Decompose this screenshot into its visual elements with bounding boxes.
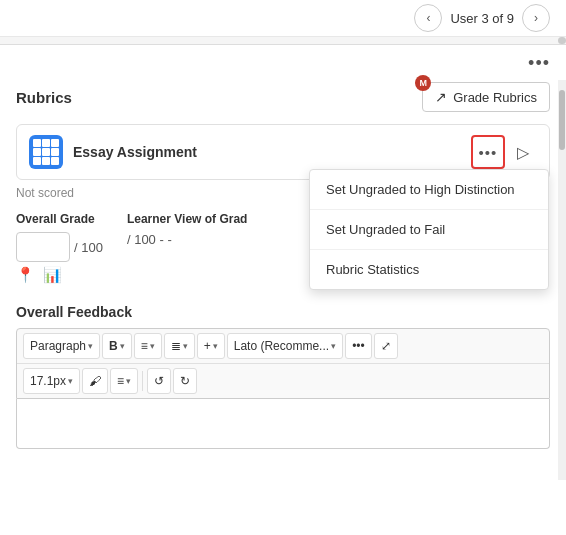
- grid-cells: [33, 139, 59, 165]
- expand-icon: ⤢: [381, 339, 391, 353]
- rubrics-title: Rubrics: [16, 89, 72, 106]
- scroll-track[interactable]: [558, 37, 566, 44]
- paragraph-dropdown[interactable]: Paragraph ▾: [23, 333, 100, 359]
- font-label: Lato (Recomme...: [234, 339, 329, 353]
- next-user-button[interactable]: ›: [522, 4, 550, 32]
- assignment-left: Essay Assignment: [29, 135, 197, 169]
- toolbar-separator: [142, 371, 143, 391]
- plus-icon: +: [204, 339, 211, 353]
- grade-input-row: / 100: [16, 232, 103, 262]
- grade-input[interactable]: [16, 232, 70, 262]
- grade-rubrics-button[interactable]: M ↗ Grade Rubrics: [422, 82, 550, 112]
- undo-button[interactable]: ↺: [147, 368, 171, 394]
- play-button[interactable]: ▷: [509, 138, 537, 166]
- plus-button[interactable]: + ▾: [197, 333, 225, 359]
- font-size-dropdown[interactable]: 17.1px ▾: [23, 368, 80, 394]
- assignment-name: Essay Assignment: [73, 144, 197, 160]
- list-icon: ≣: [171, 339, 181, 353]
- font-chevron: ▾: [331, 341, 336, 351]
- redo-icon: ↻: [180, 374, 190, 388]
- list-button[interactable]: ≣ ▾: [164, 333, 195, 359]
- grade-rubrics-label: Grade Rubrics: [453, 90, 537, 105]
- feedback-editor[interactable]: [16, 399, 550, 449]
- redo-button[interactable]: ↻: [173, 368, 197, 394]
- paint-icon: 🖌: [89, 374, 101, 388]
- feedback-section: Overall Feedback Paragraph ▾ B ▾ ≡ ▾ ≣: [16, 304, 550, 449]
- more-toolbar-button[interactable]: •••: [345, 333, 372, 359]
- text-editor-toolbar: Paragraph ▾ B ▾ ≡ ▾ ≣ ▾ + ▾: [16, 328, 550, 399]
- undo-icon: ↺: [154, 374, 164, 388]
- assignment-menu-button[interactable]: •••: [471, 135, 505, 169]
- grid-cell: [51, 139, 59, 147]
- scrollbar-thumb[interactable]: [559, 90, 565, 150]
- user-navigation: ‹ User 3 of 9 ›: [414, 4, 550, 32]
- line-spacing-chevron: ▾: [126, 376, 131, 386]
- feedback-title: Overall Feedback: [16, 304, 550, 320]
- grid-cell: [33, 148, 41, 156]
- toolbar-row-1: Paragraph ▾ B ▾ ≡ ▾ ≣ ▾ + ▾: [17, 329, 549, 364]
- grade-icons: 📍 📊: [16, 266, 103, 284]
- paragraph-label: Paragraph: [30, 339, 86, 353]
- bold-button[interactable]: B ▾: [102, 333, 132, 359]
- bold-label: B: [109, 339, 118, 353]
- font-size-label: 17.1px: [30, 374, 66, 388]
- prev-user-button[interactable]: ‹: [414, 4, 442, 32]
- assignment-actions: ••• ▷: [471, 135, 537, 169]
- grid-cell: [42, 148, 50, 156]
- grade-chart-button[interactable]: 📊: [43, 266, 62, 284]
- grade-pin-button[interactable]: 📍: [16, 266, 35, 284]
- rubric-statistics-item[interactable]: Rubric Statistics: [310, 250, 548, 289]
- toolbar-row-2: 17.1px ▾ 🖌 ≡ ▾ ↺ ↻: [17, 364, 549, 398]
- main-content: Rubrics M ↗ Grade Rubrics: [0, 82, 566, 449]
- line-spacing-icon: ≡: [117, 374, 124, 388]
- m-badge: M: [415, 75, 431, 91]
- grade-max: / 100: [74, 240, 103, 255]
- grid-cell: [51, 148, 59, 156]
- paragraph-chevron: ▾: [88, 341, 93, 351]
- grid-cell: [33, 157, 41, 165]
- more-options-button[interactable]: •••: [528, 53, 550, 74]
- font-size-chevron: ▾: [68, 376, 73, 386]
- line-spacing-button[interactable]: ≡ ▾: [110, 368, 138, 394]
- plus-chevron: ▾: [213, 341, 218, 351]
- more-toolbar-icon: •••: [352, 339, 365, 353]
- bold-chevron: ▾: [120, 341, 125, 351]
- set-high-distinction-item[interactable]: Set Ungraded to High Distinction: [310, 170, 548, 210]
- learner-view-label: Learner View of Grad: [127, 212, 248, 226]
- dropdown-menu: Set Ungraded to High Distinction Set Ung…: [309, 169, 549, 290]
- grid-cell: [42, 157, 50, 165]
- grid-cell: [42, 139, 50, 147]
- user-counter: User 3 of 9: [450, 11, 514, 26]
- align-icon: ≡: [141, 339, 148, 353]
- top-navigation: ‹ User 3 of 9 ›: [0, 0, 566, 37]
- set-fail-item[interactable]: Set Ungraded to Fail: [310, 210, 548, 250]
- rubric-grid-icon: [29, 135, 63, 169]
- chevron-right-icon: ›: [534, 11, 538, 25]
- assignment-row: Essay Assignment ••• ▷ Set Ungraded to H…: [16, 124, 550, 180]
- rubrics-header: Rubrics M ↗ Grade Rubrics: [16, 82, 550, 112]
- list-chevron: ▾: [183, 341, 188, 351]
- align-button[interactable]: ≡ ▾: [134, 333, 162, 359]
- learner-value: / 100 - -: [127, 232, 248, 247]
- expand-button[interactable]: ⤢: [374, 333, 398, 359]
- external-link-icon: ↗: [435, 89, 447, 105]
- more-options-bar: •••: [0, 45, 566, 82]
- ellipsis-icon: •••: [528, 53, 550, 74]
- overall-grade-label: Overall Grade: [16, 212, 103, 226]
- right-scrollbar[interactable]: [558, 80, 566, 480]
- overall-grade-group: Overall Grade / 100 📍 📊: [16, 212, 103, 284]
- learner-view-group: Learner View of Grad / 100 - -: [127, 212, 248, 247]
- paint-button[interactable]: 🖌: [82, 368, 108, 394]
- scroll-divider: [0, 37, 566, 45]
- grid-cell: [33, 139, 41, 147]
- chevron-left-icon: ‹: [426, 11, 430, 25]
- align-chevron: ▾: [150, 341, 155, 351]
- grid-cell: [51, 157, 59, 165]
- font-dropdown[interactable]: Lato (Recomme... ▾: [227, 333, 343, 359]
